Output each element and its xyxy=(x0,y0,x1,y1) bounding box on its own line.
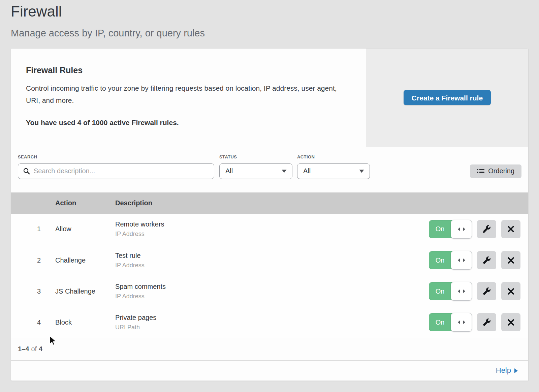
close-icon xyxy=(507,319,514,326)
search-box xyxy=(18,163,214,179)
firewall-rules-card: Firewall Rules Control incoming traffic … xyxy=(11,48,529,381)
toggle-arrows-icon xyxy=(457,227,466,232)
rule-action: Allow xyxy=(55,225,115,233)
ordering-button[interactable]: Ordering xyxy=(470,164,521,178)
filters-bar: SEARCH STATUS All xyxy=(11,147,528,192)
action-label: ACTION xyxy=(297,154,370,159)
page-title: Firewall xyxy=(11,3,529,20)
rule-action: Challenge xyxy=(55,257,115,264)
chevron-down-icon xyxy=(359,170,364,173)
wrench-icon xyxy=(483,257,490,264)
rule-field: URI Path xyxy=(115,324,420,331)
firewall-page: Firewall Manage access by IP, country, o… xyxy=(0,0,539,381)
delete-rule-button[interactable] xyxy=(501,313,520,331)
table-header: Action Description xyxy=(11,192,528,214)
wrench-icon xyxy=(483,225,490,233)
page-subtitle: Manage access by IP, country, or query r… xyxy=(11,28,529,39)
toggle-on-label: On xyxy=(429,251,451,269)
table-row: 2 Challenge Test rule IP Address On xyxy=(11,245,528,276)
rules-heading: Firewall Rules xyxy=(26,65,346,75)
rule-controls: On xyxy=(420,282,528,300)
action-filter-group: ACTION All xyxy=(297,154,370,179)
pagination-of: of xyxy=(31,345,37,353)
rule-controls: On xyxy=(420,251,528,269)
wrench-icon xyxy=(483,319,490,326)
edit-rule-button[interactable] xyxy=(477,251,496,269)
search-label: SEARCH xyxy=(18,154,214,159)
card-footer: Help xyxy=(11,361,528,381)
close-icon xyxy=(507,225,514,233)
rule-action: Block xyxy=(55,319,115,326)
delete-rule-button[interactable] xyxy=(501,282,520,300)
help-arrow-icon xyxy=(514,368,518,373)
rule-controls: On xyxy=(420,220,528,238)
rule-toggle[interactable]: On xyxy=(429,313,472,331)
toggle-arrows-icon xyxy=(457,320,466,325)
edit-rule-button[interactable] xyxy=(477,313,496,331)
rule-description: Remote workers xyxy=(115,220,420,228)
rule-priority: 3 xyxy=(11,288,55,295)
status-select-value: All xyxy=(225,167,233,175)
rule-description-cell: Private pages URI Path xyxy=(115,314,420,331)
toggle-handle xyxy=(451,282,472,301)
status-filter-group: STATUS All xyxy=(219,154,292,179)
toggle-handle xyxy=(451,313,472,332)
ordering-group: Ordering xyxy=(470,164,521,179)
pagination-total: 4 xyxy=(39,345,42,353)
rule-field: IP Address xyxy=(115,231,420,238)
rule-toggle[interactable]: On xyxy=(429,251,472,269)
rules-overview-text: Firewall Rules Control incoming traffic … xyxy=(11,49,366,147)
rule-priority: 4 xyxy=(11,319,55,326)
rules-overview-section: Firewall Rules Control incoming traffic … xyxy=(11,49,528,147)
toggle-handle xyxy=(451,251,472,270)
edit-rule-button[interactable] xyxy=(477,220,496,238)
pagination: 1–4 of 4 xyxy=(11,338,528,361)
rule-priority: 2 xyxy=(11,257,55,264)
table-row: 4 Block Private pages URI Path On xyxy=(11,307,528,338)
rule-toggle[interactable]: On xyxy=(429,282,472,300)
ordered-list-icon xyxy=(477,168,484,174)
toggle-on-label: On xyxy=(429,313,451,331)
rule-toggle[interactable]: On xyxy=(429,220,472,238)
pagination-range: 1–4 xyxy=(18,345,29,353)
rules-description: Control incoming traffic to your zone by… xyxy=(26,82,344,107)
toggle-arrows-icon xyxy=(457,258,466,263)
rule-description-cell: Spam comments IP Address xyxy=(115,283,420,300)
delete-rule-button[interactable] xyxy=(501,220,520,238)
rule-description-cell: Remote workers IP Address xyxy=(115,220,420,238)
rules-usage-count: You have used 4 of 1000 active Firewall … xyxy=(26,119,346,127)
action-select[interactable]: All xyxy=(297,163,370,179)
toggle-arrows-icon xyxy=(457,289,466,294)
rule-description: Test rule xyxy=(115,252,420,260)
description-column-header: Description xyxy=(115,199,420,207)
rule-priority: 1 xyxy=(11,225,55,233)
toggle-handle xyxy=(451,220,472,239)
help-link[interactable]: Help xyxy=(496,366,518,375)
rule-description-cell: Test rule IP Address xyxy=(115,252,420,269)
delete-rule-button[interactable] xyxy=(501,251,520,269)
action-select-value: All xyxy=(303,167,311,175)
ordering-button-label: Ordering xyxy=(488,167,514,175)
create-rule-panel: Create a Firewall rule xyxy=(366,49,528,147)
rule-controls: On xyxy=(420,313,528,331)
table-row: 3 JS Challenge Spam comments IP Address … xyxy=(11,276,528,307)
rule-description: Private pages xyxy=(115,314,420,322)
rule-field: IP Address xyxy=(115,262,420,269)
close-icon xyxy=(507,257,514,264)
search-input[interactable] xyxy=(18,163,214,179)
action-column-header: Action xyxy=(55,199,115,207)
rule-field: IP Address xyxy=(115,293,420,300)
status-label: STATUS xyxy=(219,154,292,159)
toggle-on-label: On xyxy=(429,282,451,300)
status-select[interactable]: All xyxy=(219,163,292,179)
close-icon xyxy=(507,288,514,295)
chevron-down-icon xyxy=(282,170,287,173)
wrench-icon xyxy=(483,288,490,295)
edit-rule-button[interactable] xyxy=(477,282,496,300)
rule-description: Spam comments xyxy=(115,283,420,291)
create-firewall-rule-button[interactable]: Create a Firewall rule xyxy=(404,90,491,105)
table-row: 1 Allow Remote workers IP Address On xyxy=(11,214,528,245)
toggle-on-label: On xyxy=(429,220,451,238)
search-icon xyxy=(23,168,30,175)
search-filter-group: SEARCH xyxy=(18,154,214,179)
